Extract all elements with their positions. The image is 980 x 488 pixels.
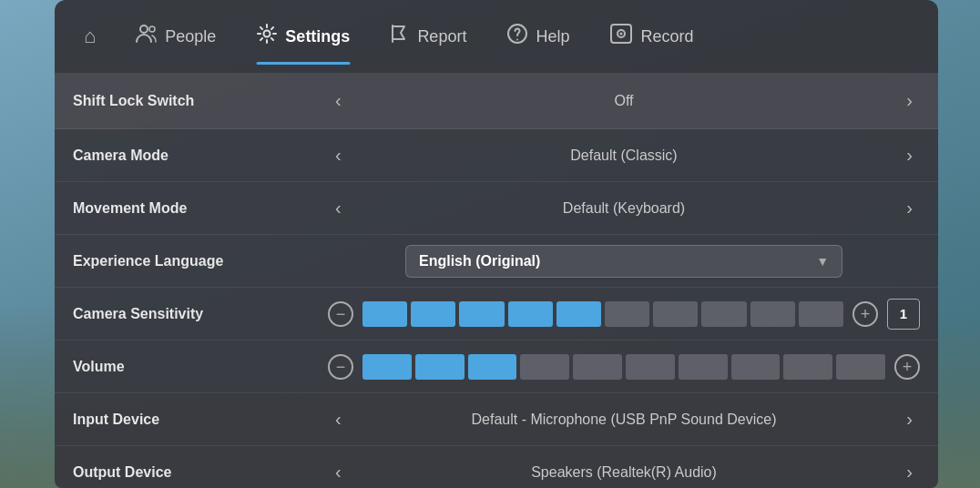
language-dropdown-value: English (Original) — [419, 253, 540, 269]
block-3 — [459, 301, 504, 327]
vol-block-9 — [783, 354, 832, 380]
output-device-left-btn[interactable]: ‹ — [328, 458, 349, 486]
setting-row-volume: Volume − — [55, 341, 938, 393]
nav-item-report[interactable]: Report — [370, 13, 486, 60]
main-overlay: ⌂ People Settings — [55, 0, 938, 488]
input-device-left-btn[interactable]: ‹ — [328, 405, 349, 433]
vol-block-4 — [520, 354, 569, 380]
camera-mode-value: Default (Classic) — [360, 147, 889, 164]
input-device-label: Input Device — [73, 412, 328, 428]
camera-sensitivity-label: Camera Sensitivity — [73, 306, 328, 322]
setting-row-camera-mode: Camera Mode ‹ Default (Classic) › — [55, 129, 938, 182]
shift-lock-right-btn[interactable]: › — [899, 86, 920, 115]
vol-block-1 — [362, 354, 412, 380]
record-label: Record — [640, 27, 693, 46]
home-icon: ⌂ — [84, 25, 96, 48]
movement-mode-value: Default (Keyboard) — [360, 200, 889, 217]
people-icon — [136, 24, 158, 49]
report-icon — [390, 24, 410, 49]
block-6 — [605, 301, 649, 327]
camera-mode-left-btn[interactable]: ‹ — [328, 141, 349, 169]
movement-mode-control: ‹ Default (Keyboard) › — [328, 194, 920, 222]
settings-icon — [256, 23, 278, 50]
block-10 — [799, 301, 843, 327]
setting-row-movement-mode: Movement Mode ‹ Default (Keyboard) › — [55, 182, 938, 235]
setting-row-camera-sensitivity: Camera Sensitivity − — [55, 288, 938, 341]
vol-block-6 — [626, 354, 675, 380]
language-control: English (Original) ▼ — [328, 245, 920, 278]
camera-sensitivity-value: 1 — [887, 299, 920, 330]
vol-block-5 — [573, 354, 622, 380]
block-1 — [362, 301, 407, 327]
vol-block-10 — [836, 354, 885, 380]
block-4 — [508, 301, 553, 327]
settings-panel: Shift Lock Switch ‹ Off › Camera Mode ‹ … — [55, 73, 938, 488]
vol-block-3 — [468, 354, 517, 380]
volume-decrease-btn[interactable]: − — [328, 354, 353, 380]
camera-sensitivity-increase-btn[interactable]: + — [852, 301, 878, 327]
settings-list: Shift Lock Switch ‹ Off › Camera Mode ‹ … — [55, 73, 938, 488]
vol-block-2 — [415, 354, 464, 380]
nav-bar: ⌂ People Settings — [55, 0, 938, 73]
input-device-right-btn[interactable]: › — [899, 405, 920, 433]
camera-sensitivity-slider: − + — [328, 299, 920, 330]
help-icon — [506, 23, 528, 50]
camera-sensitivity-control: − + — [328, 299, 920, 330]
camera-mode-right-btn[interactable]: › — [899, 141, 920, 169]
block-7 — [653, 301, 698, 327]
shift-lock-left-btn[interactable]: ‹ — [328, 86, 349, 115]
dropdown-arrow-icon: ▼ — [816, 254, 829, 269]
shift-lock-label: Shift Lock Switch — [73, 93, 328, 109]
block-2 — [411, 301, 455, 327]
camera-mode-label: Camera Mode — [73, 147, 328, 164]
movement-mode-right-btn[interactable]: › — [899, 194, 920, 222]
movement-mode-label: Movement Mode — [73, 200, 328, 217]
block-5 — [556, 301, 601, 327]
svg-point-2 — [264, 31, 271, 37]
output-device-value: Speakers (Realtek(R) Audio) — [360, 464, 889, 481]
people-label: People — [165, 27, 216, 46]
nav-item-help[interactable]: Help — [486, 12, 589, 61]
svg-point-4 — [516, 39, 518, 41]
settings-label: Settings — [285, 27, 350, 46]
svg-point-7 — [620, 33, 623, 36]
nav-item-people[interactable]: People — [116, 13, 236, 60]
volume-slider: − + — [328, 354, 920, 380]
block-9 — [750, 301, 795, 327]
camera-mode-control: ‹ Default (Classic) › — [328, 141, 920, 169]
setting-row-shift-lock: Shift Lock Switch ‹ Off › — [55, 73, 938, 129]
language-dropdown[interactable]: English (Original) ▼ — [405, 245, 842, 278]
volume-increase-btn[interactable]: + — [894, 354, 920, 380]
shift-lock-value: Off — [360, 93, 889, 109]
svg-point-1 — [149, 26, 155, 32]
output-device-label: Output Device — [73, 464, 328, 481]
camera-sensitivity-blocks — [362, 301, 843, 327]
camera-sensitivity-decrease-btn[interactable]: − — [328, 301, 353, 327]
input-device-control: ‹ Default - Microphone (USB PnP Sound De… — [328, 405, 920, 433]
volume-blocks — [362, 354, 885, 380]
volume-label: Volume — [73, 359, 328, 375]
vol-block-7 — [679, 354, 728, 380]
shift-lock-control: ‹ Off › — [328, 86, 920, 115]
nav-item-settings[interactable]: Settings — [236, 12, 370, 61]
volume-control: − + — [328, 354, 920, 380]
record-icon — [609, 23, 633, 50]
output-device-control: ‹ Speakers (Realtek(R) Audio) › — [328, 458, 920, 486]
svg-point-0 — [140, 25, 148, 33]
input-device-value: Default - Microphone (USB PnP Sound Devi… — [360, 412, 889, 428]
nav-item-record[interactable]: Record — [589, 12, 713, 61]
vol-block-8 — [731, 354, 781, 380]
report-label: Report — [417, 27, 466, 46]
output-device-right-btn[interactable]: › — [899, 458, 920, 486]
help-label: Help — [536, 27, 569, 46]
setting-row-language: Experience Language English (Original) ▼ — [55, 235, 938, 288]
setting-row-output-device: Output Device ‹ Speakers (Realtek(R) Aud… — [55, 446, 938, 488]
nav-item-home[interactable]: ⌂ — [64, 14, 116, 59]
language-label: Experience Language — [73, 253, 328, 269]
setting-row-input-device: Input Device ‹ Default - Microphone (USB… — [55, 393, 938, 446]
movement-mode-left-btn[interactable]: ‹ — [328, 194, 349, 222]
block-8 — [701, 301, 746, 327]
